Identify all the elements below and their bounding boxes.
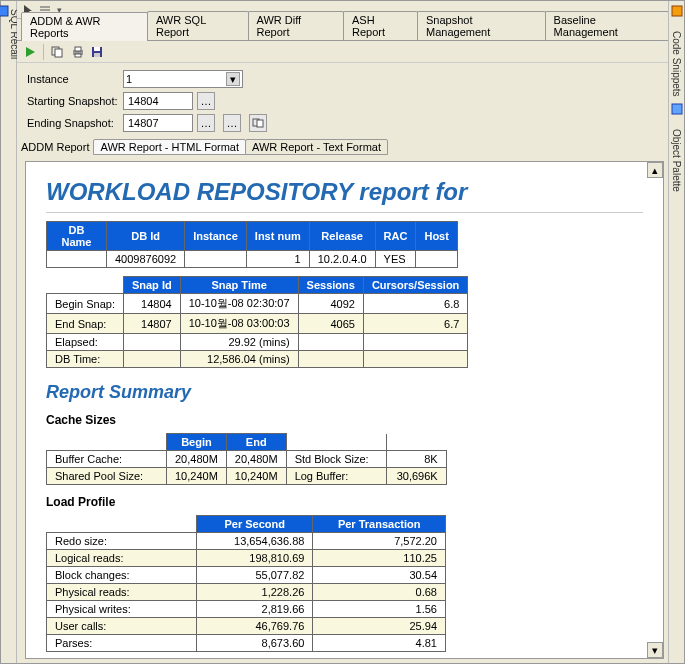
main-tabstrip: ADDM & AWR Reports AWR SQL Report AWR Di… [17, 19, 668, 41]
print-icon[interactable] [70, 45, 84, 59]
load-profile-table: Per Second Per Transaction Redo size:13,… [46, 515, 446, 652]
table-row: End Snap: 14807 10-10월-08 03:00:03 4065 … [47, 314, 468, 334]
scroll-up-button[interactable]: ▴ [647, 162, 663, 178]
report-subtabs: ADDM Report AWR Report - HTML Format AWR… [17, 137, 668, 157]
table-row: Physical writes:2,819.661.56 [47, 601, 446, 618]
svg-rect-11 [257, 120, 263, 127]
code-snippets-label[interactable]: Code Snippets [671, 23, 682, 97]
table-row: Elapsed: 29.92 (mins) [47, 334, 468, 351]
table-row: Parses:8,673.604.81 [47, 635, 446, 652]
svg-rect-8 [94, 47, 100, 51]
summary-heading: Report Summary [46, 382, 643, 403]
svg-rect-5 [75, 47, 81, 51]
table-row: Redo size:13,654,636.887,572.20 [47, 533, 446, 550]
table-row: Logical reads:198,810.69110.25 [47, 550, 446, 567]
table-row: DB Time: 12,586.04 (mins) [47, 351, 468, 368]
separator [43, 44, 44, 60]
left-dock: SQL Recall [1, 1, 17, 663]
start-snapshot-label: Starting Snapshot: [27, 95, 123, 107]
addm-report-label: ADDM Report [21, 141, 89, 153]
copy-icon[interactable] [50, 45, 64, 59]
action-toolbar [17, 41, 668, 63]
subtab-text[interactable]: AWR Report - Text Format [245, 139, 388, 155]
chevron-down-icon[interactable]: ▾ [226, 72, 240, 86]
svg-rect-3 [55, 49, 62, 57]
snapshot-table: Snap Id Snap Time Sessions Cursors/Sessi… [46, 276, 468, 368]
start-snapshot-browse-button[interactable]: … [197, 92, 215, 110]
cache-table: Begin End Buffer Cache: 20,480M 20,480M … [46, 433, 447, 485]
object-palette-icon[interactable] [671, 103, 683, 115]
subtab-html[interactable]: AWR Report - HTML Format [93, 139, 246, 155]
end-snapshot-label: Ending Snapshot: [27, 117, 123, 129]
table-row: 4009876092 1 10.2.0.4.0 YES [47, 251, 458, 268]
end-snapshot-input[interactable]: 14807 [123, 114, 193, 132]
svg-rect-9 [94, 53, 100, 57]
app-root: SQL Recall ▾ ADDM & AWR Reports AWR SQL … [0, 0, 685, 664]
instance-combo[interactable]: 1 ▾ [123, 70, 243, 88]
snapshot-form: Instance 1 ▾ Starting Snapshot: 14804 … … [17, 63, 668, 137]
report-viewport: ▴ ▾ WORKLOAD REPOSITORY report for DB Na… [25, 161, 664, 659]
range-browse-button[interactable]: … [223, 114, 241, 132]
start-snapshot-input[interactable]: 14804 [123, 92, 193, 110]
table-row: Block changes:55,077.8230.54 [47, 567, 446, 584]
table-row: Buffer Cache: 20,480M 20,480M Std Block … [47, 451, 447, 468]
svg-rect-6 [75, 54, 81, 57]
table-row: Physical reads:1,228.260.68 [47, 584, 446, 601]
table-row: Begin Snap: 14804 10-10월-08 02:30:07 409… [47, 294, 468, 314]
right-dock: Code Snippets Object Palette [668, 1, 684, 663]
tab-ash[interactable]: ASH Report [343, 11, 418, 40]
db-info-table: DB Name DB Id Instance Inst num Release … [46, 221, 458, 268]
object-palette-label[interactable]: Object Palette [671, 121, 682, 192]
table-row: Shared Pool Size: 10,240M 10,240M Log Bu… [47, 468, 447, 485]
tab-baseline-mgmt[interactable]: Baseline Management [545, 11, 669, 40]
code-snippets-icon[interactable] [671, 5, 683, 17]
tab-awr-sql[interactable]: AWR SQL Report [147, 11, 249, 40]
cache-heading: Cache Sizes [46, 413, 643, 427]
tab-snapshot-mgmt[interactable]: Snapshot Management [417, 11, 546, 40]
copy-range-button[interactable] [249, 114, 267, 132]
tab-awr-diff[interactable]: AWR Diff Report [248, 11, 344, 40]
report-title: WORKLOAD REPOSITORY report for [46, 178, 643, 213]
load-heading: Load Profile [46, 495, 643, 509]
svg-rect-12 [672, 6, 682, 16]
instance-label: Instance [27, 73, 123, 85]
svg-marker-1 [26, 47, 35, 57]
tab-addm-awr[interactable]: ADDM & AWR Reports [21, 12, 148, 41]
sql-recall-icon[interactable] [0, 5, 9, 19]
save-icon[interactable] [90, 45, 104, 59]
svg-rect-0 [0, 6, 8, 16]
run-icon[interactable] [23, 45, 37, 59]
svg-rect-13 [672, 104, 682, 114]
scroll-down-button[interactable]: ▾ [647, 642, 663, 658]
end-snapshot-browse-button[interactable]: … [197, 114, 215, 132]
table-row: User calls:46,769.7625.94 [47, 618, 446, 635]
instance-value: 1 [126, 73, 132, 85]
